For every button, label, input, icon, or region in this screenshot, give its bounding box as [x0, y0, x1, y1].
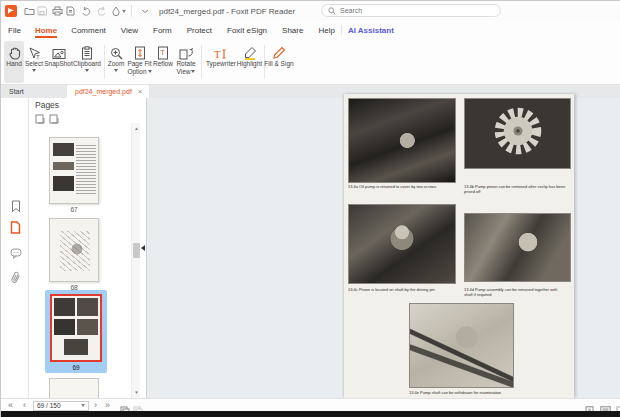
figure-13-4d-photo — [464, 213, 571, 282]
reflow-button[interactable]: T Reflow — [153, 41, 173, 83]
ribbon-separator — [104, 45, 105, 79]
search-box[interactable] — [321, 4, 501, 17]
svg-text:T: T — [161, 49, 166, 56]
scrollbar-thumb[interactable] — [133, 243, 140, 258]
page-fit-option-button[interactable]: Page Fit Option — [127, 41, 152, 83]
svg-text:T: T — [214, 48, 221, 60]
comments-panel-icon[interactable] — [8, 246, 23, 261]
bookmarks-icon[interactable] — [8, 198, 23, 213]
menu-separator — [341, 25, 342, 35]
dropdown-caret-icon — [148, 70, 152, 73]
enlarge-thumbnail-icon[interactable] — [49, 110, 59, 120]
dropdown-caret-icon — [191, 70, 195, 73]
ribbon-separator — [201, 45, 202, 79]
pages-panel-icon[interactable] — [8, 220, 23, 235]
next-view-icon[interactable] — [133, 401, 143, 410]
fit-screen-view-icon[interactable] — [600, 401, 610, 410]
caption-13-4c: 13.4c Pinion is located on shaft by the … — [348, 288, 456, 293]
snapshot-button[interactable]: SnapShot — [45, 41, 72, 83]
tab-start[interactable]: Start — [1, 85, 67, 98]
hand-icon — [8, 43, 21, 60]
page-thumbnail-69-selected[interactable] — [50, 294, 102, 362]
thumbnail-label-69: 69 — [51, 364, 101, 371]
page-thumbnail-70-partial[interactable] — [49, 378, 99, 398]
single-page-view-icon[interactable] — [585, 401, 595, 410]
clipboard-button[interactable]: Clipboard — [74, 41, 100, 83]
thumbnail-scrollbar[interactable]: ▲ ▼ — [131, 123, 140, 398]
page-fit-icon — [134, 43, 146, 60]
highlight-icon — [243, 43, 257, 60]
app-window: pdf24_merged.pdf - Foxit PDF Reader File… — [0, 0, 620, 417]
scroll-up-icon[interactable]: ▲ — [133, 125, 140, 132]
previous-view-icon[interactable] — [120, 401, 130, 410]
reduce-thumbnail-icon[interactable] — [35, 110, 45, 120]
undo-icon[interactable] — [80, 5, 92, 17]
open-file-icon[interactable] — [23, 5, 35, 17]
fill-and-sign-button[interactable]: Fill & Sign — [267, 41, 291, 83]
menu-home[interactable]: Home — [33, 21, 59, 39]
print-icon[interactable] — [51, 5, 63, 17]
menu-ai-assistant[interactable]: AI Assistant — [346, 21, 396, 39]
typewriter-button[interactable]: T Typewriter — [205, 41, 237, 83]
select-icon: T — [28, 43, 41, 60]
menu-file[interactable]: File — [6, 21, 23, 39]
menu-comment[interactable]: Comment — [69, 21, 108, 39]
search-input[interactable] — [340, 7, 490, 14]
dropdown-caret-icon — [114, 69, 118, 72]
ribbon-toolbar: Hand T Select SnapShot Clipboard — [1, 39, 620, 85]
menu-share[interactable]: Share — [280, 21, 305, 39]
menu-foxit-esign[interactable]: Foxit eSign — [225, 21, 269, 39]
caption-13-4b: 13.4b Pump pinion can be removed after c… — [464, 185, 571, 194]
ink-sign-tool-icon[interactable] — [109, 5, 127, 17]
caption-13-4a: 13.4a Oil pump is retained to cover by t… — [348, 185, 456, 190]
close-tab-icon[interactable]: × — [138, 87, 143, 96]
status-bar: « ‹ 69 / 150 › » — [1, 398, 620, 411]
previous-page-button[interactable]: ‹ — [23, 399, 26, 411]
rotate-view-icon — [179, 43, 193, 60]
caption-13-4e: 13.4e Pump shaft can be withdrawn for ex… — [409, 391, 514, 396]
dropdown-caret-icon — [32, 69, 36, 72]
menu-form[interactable]: Form — [151, 21, 174, 39]
hand-tool-button[interactable]: Hand — [4, 41, 24, 83]
menu-protect[interactable]: Protect — [185, 21, 214, 39]
zoom-control-partial-icon[interactable] — [616, 401, 620, 410]
navigation-rail — [1, 98, 29, 398]
title-bar: pdf24_merged.pdf - Foxit PDF Reader — [1, 1, 620, 21]
export-doc-icon[interactable] — [64, 5, 76, 17]
attachments-panel-icon[interactable] — [8, 270, 23, 285]
snapshot-icon — [52, 43, 66, 60]
menu-view[interactable]: View — [119, 21, 140, 39]
customize-toolbar-chevron-icon[interactable] — [139, 5, 151, 17]
taskbar-strip — [1, 411, 620, 417]
last-page-button[interactable]: » — [105, 399, 110, 411]
highlight-button[interactable]: Highlight — [238, 41, 261, 83]
rotate-view-button[interactable]: Rotate View — [174, 41, 198, 83]
dropdown-caret-icon — [85, 69, 89, 72]
clipboard-icon — [81, 43, 93, 60]
figure-13-4b-photo — [464, 98, 571, 169]
figure-13-4c-photo — [348, 204, 456, 284]
save-icon[interactable] — [36, 5, 48, 17]
menu-help[interactable]: Help — [316, 21, 336, 39]
scroll-down-icon[interactable]: ▼ — [133, 389, 140, 396]
caption-13-4d: 13.4d Pump assembly can be removed toget… — [464, 288, 564, 297]
thumbnail-label-67: 67 — [49, 206, 99, 213]
figure-13-4a-photo — [348, 98, 456, 183]
pages-panel-title: Pages — [35, 100, 59, 110]
menu-bar: File Home Comment View Form Protect Foxi… — [1, 21, 620, 39]
redo-icon[interactable] — [95, 5, 107, 17]
window-title: pdf24_merged.pdf - Foxit PDF Reader — [159, 7, 295, 16]
page-number-input[interactable]: 69 / 150 — [33, 401, 89, 411]
page-dropdown-caret-icon[interactable] — [81, 404, 85, 407]
select-tool-button[interactable]: T Select — [24, 41, 44, 83]
page-thumbnail-67[interactable] — [49, 137, 99, 204]
reflow-icon: T — [157, 43, 169, 60]
first-page-button[interactable]: « — [8, 399, 13, 411]
page-thumbnail-68[interactable] — [49, 218, 99, 282]
tab-document-active[interactable]: pdf24_merged.pdf × — [67, 85, 149, 98]
next-page-button[interactable]: › — [94, 399, 97, 411]
typewriter-icon: T — [213, 43, 229, 60]
zoom-button[interactable]: Zoom — [106, 41, 126, 83]
foxit-logo-icon — [5, 5, 17, 17]
figure-13-4e-photo — [409, 303, 514, 388]
